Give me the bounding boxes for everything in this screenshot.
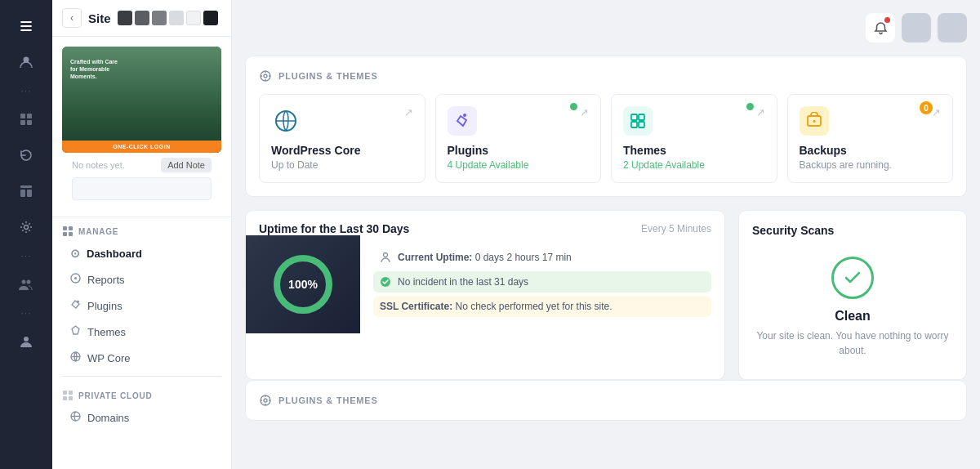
sidebar-item-themes[interactable]: Themes (57, 319, 226, 344)
security-title: Security Scans (752, 224, 953, 237)
rail-user2-icon[interactable] (10, 325, 42, 358)
security-check-icon (831, 257, 874, 299)
themes-icon (70, 325, 81, 338)
rail-settings-icon[interactable] (10, 211, 42, 243)
plugin-card-wp-core[interactable]: ↗ WordPress Core Up to Date (259, 94, 425, 183)
plugins-status: 4 Update Available (448, 159, 590, 171)
svg-point-18 (77, 301, 79, 303)
add-note-button[interactable]: Add Note (161, 158, 212, 172)
manage-section-label: Manage (52, 217, 231, 240)
user-avatar-2[interactable] (938, 13, 967, 42)
swatch-1 (118, 11, 132, 25)
rail-table-icon[interactable] (10, 103, 42, 136)
rail-dots-2: ··· (20, 250, 31, 261)
wp-core-ext-icon: ↗ (404, 106, 413, 118)
rail-dots-3: ··· (20, 307, 31, 319)
rail-refresh-icon[interactable] (10, 139, 42, 172)
uptime-row-ssl: SSL Certificate: No check performed yet … (373, 296, 711, 317)
wp-core-status: Up to Date (271, 159, 413, 171)
rail-dots-1: ··· (20, 85, 31, 96)
swatch-5 (186, 11, 201, 25)
plugin-card-themes[interactable]: ↗ Themes 2 Update Available (611, 94, 777, 183)
swatch-4 (169, 11, 184, 25)
plugins-themes-title-2: PLUGINS & THEMES (259, 394, 953, 407)
plugins-themes-section: PLUGINS & THEMES ↗ WordPress Core Up to … (245, 56, 967, 197)
uptime-circle-wrap: 100% (246, 235, 360, 333)
two-col-section: Uptime for the Last 30 Days Every 5 Minu… (245, 210, 967, 380)
notes-row: No notes yet. Add Note (62, 153, 221, 177)
sidebar: ‹ Site Crafted with Care for Memorable M… (52, 0, 232, 469)
svg-rect-1 (20, 114, 25, 118)
svg-point-8 (24, 226, 29, 230)
svg-rect-2 (27, 114, 32, 118)
reports-label: Reports (87, 274, 125, 286)
preview-image: Crafted with Care for Memorable Moments.… (62, 47, 221, 153)
left-rail: ··· ··· ··· (0, 0, 52, 469)
back-button[interactable]: ‹ (62, 8, 82, 28)
themes-update-dot (746, 103, 754, 110)
dashboard-label: Dashboard (87, 248, 142, 260)
plugins-ext-icon: ↗ (580, 106, 589, 118)
rail-user-icon[interactable] (10, 46, 42, 78)
svg-rect-7 (27, 190, 32, 197)
user-avatar[interactable] (902, 13, 931, 42)
dashboard-icon: ⊙ (70, 247, 80, 260)
plugins-icon (70, 299, 81, 312)
svg-marker-19 (72, 326, 79, 334)
rail-menu-icon[interactable] (10, 10, 42, 42)
themes-status: 2 Update Available (623, 159, 765, 171)
svg-rect-22 (69, 391, 73, 395)
plugin-card-header-wp: ↗ (271, 106, 413, 136)
manage-label: Manage (78, 227, 118, 236)
backups-name: Backups (800, 144, 942, 157)
plugins-themes-2-label: PLUGINS & THEMES (278, 395, 378, 405)
rail-people-icon[interactable] (10, 268, 42, 301)
mini-preview (72, 177, 212, 200)
wp-core-name: WordPress Core (271, 144, 413, 157)
svg-rect-30 (631, 114, 637, 120)
sidebar-item-reports[interactable]: Reports (57, 267, 226, 292)
sidebar-item-wp-core[interactable]: WP Core (57, 346, 226, 370)
rail-layout-icon[interactable] (10, 175, 42, 208)
uptime-details: Current Uptime: 0 days 2 hours 17 min No… (360, 235, 724, 333)
wp-core-plugin-icon (271, 106, 301, 136)
themes-ext-icon: ↗ (756, 106, 765, 118)
svg-point-27 (264, 74, 267, 78)
swatch-6 (203, 11, 218, 25)
plugin-card-header-themes: ↗ (623, 106, 765, 136)
svg-rect-32 (631, 122, 637, 127)
site-preview: Crafted with Care for Memorable Moments.… (52, 37, 231, 217)
plugin-grid: ↗ WordPress Core Up to Date ↗ Plugins 4 … (259, 94, 953, 183)
sidebar-item-dashboard[interactable]: ⊙ Dashboard (57, 241, 226, 266)
sidebar-item-plugins[interactable]: Plugins (57, 293, 226, 318)
sidebar-divider (62, 376, 221, 377)
uptime-row-current: Current Uptime: 0 days 2 hours 17 min (373, 247, 711, 268)
plugins-update-dot (570, 103, 577, 110)
plugin-card-backups[interactable]: 0 ↗ Backups Backups are running. (787, 94, 954, 183)
svg-rect-6 (20, 190, 25, 197)
uptime-current-text: Current Uptime: 0 days 2 hours 17 min (398, 252, 572, 263)
plugin-card-header-plugins: ↗ (448, 106, 590, 136)
notification-button[interactable] (866, 13, 895, 42)
plugins-plugin-icon (448, 106, 477, 136)
uptime-circle-chart: 100% (270, 252, 336, 317)
themes-label: Themes (87, 326, 126, 338)
svg-rect-15 (69, 232, 73, 236)
sidebar-header: ‹ Site (52, 0, 231, 37)
color-swatches (118, 11, 218, 25)
svg-point-11 (24, 337, 29, 342)
svg-rect-13 (69, 226, 73, 230)
preview-inner: Crafted with Care for Memorable Moments.… (62, 47, 221, 153)
backups-ext-icon: ↗ (932, 106, 941, 118)
uptime-row-incident: No incident in the last 31 days (373, 271, 711, 293)
svg-point-9 (22, 280, 26, 284)
preview-login-bar[interactable]: ONE-CLICK LOGIN (62, 141, 221, 153)
uptime-frequency: Every 5 Minutes (641, 223, 711, 234)
svg-rect-21 (63, 391, 67, 395)
sidebar-item-domains[interactable]: Domains (57, 405, 226, 430)
plugin-card-plugins[interactable]: ↗ Plugins 4 Update Available (435, 94, 602, 183)
svg-rect-31 (639, 114, 644, 120)
backups-plugin-icon (800, 106, 829, 136)
svg-point-10 (27, 280, 31, 284)
plugins-label: Plugins (87, 300, 122, 312)
